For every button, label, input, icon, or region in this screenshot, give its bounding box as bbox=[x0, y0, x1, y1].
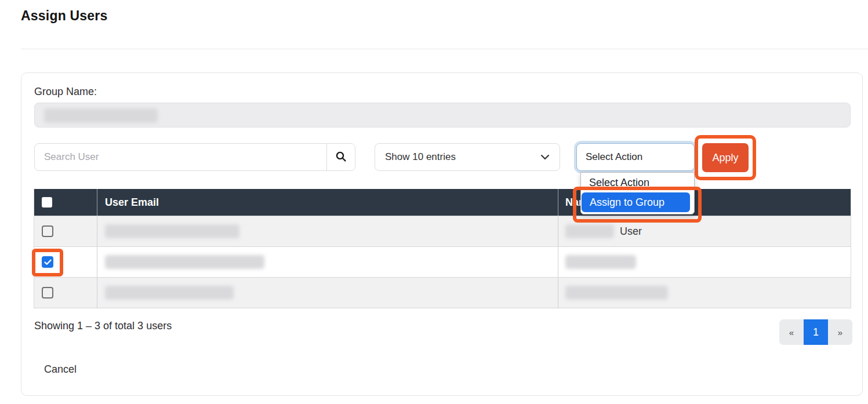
row-1-checkbox[interactable] bbox=[42, 225, 53, 237]
row-1-email-cell bbox=[97, 216, 558, 246]
cancel-button[interactable]: Cancel bbox=[44, 363, 77, 376]
redacted-name-2 bbox=[565, 255, 636, 269]
pagination-page-1-button[interactable]: 1 bbox=[804, 319, 828, 345]
title-divider bbox=[21, 49, 868, 49]
redacted-name-3 bbox=[565, 286, 668, 300]
table-bottom-border bbox=[34, 308, 851, 308]
assign-users-panel: Group Name: Show 10 entries bbox=[21, 72, 863, 396]
users-table: User Email Name User bbox=[34, 189, 851, 308]
search-button[interactable] bbox=[326, 144, 355, 170]
column-header-user-email: User Email bbox=[97, 189, 558, 216]
annotation-checked-row-highlight bbox=[32, 249, 63, 276]
search-user-box bbox=[34, 143, 355, 171]
page-title: Assign Users bbox=[21, 8, 107, 24]
row-3-email-cell bbox=[97, 278, 558, 308]
entries-select[interactable]: Show 10 entries bbox=[375, 143, 560, 171]
redacted-email-1 bbox=[105, 224, 239, 238]
table-header-checkbox-cell bbox=[34, 189, 97, 216]
table-header-row: User Email Name bbox=[34, 189, 851, 216]
search-icon bbox=[335, 151, 347, 164]
row-2-email-cell bbox=[97, 247, 558, 277]
pagination-next-button[interactable]: » bbox=[828, 319, 852, 345]
row-1-checkbox-cell bbox=[34, 216, 97, 246]
pagination: « 1 » bbox=[779, 319, 852, 345]
group-name-label: Group Name: bbox=[34, 86, 97, 98]
redacted-name-1 bbox=[565, 224, 614, 238]
table-row-2 bbox=[34, 246, 851, 277]
action-select-value: Select Action bbox=[586, 151, 642, 163]
action-select[interactable]: Select Action bbox=[576, 143, 695, 171]
annotation-assign-to-group-highlight bbox=[573, 187, 702, 223]
apply-button[interactable]: Apply bbox=[702, 143, 749, 172]
table-row-1: User bbox=[34, 216, 851, 246]
results-summary: Showing 1 – 3 of total 3 users bbox=[34, 320, 172, 332]
row-1-name-suffix: User bbox=[620, 225, 642, 238]
redacted-group-name-value bbox=[44, 108, 158, 123]
pagination-prev-button[interactable]: « bbox=[779, 319, 804, 345]
redacted-email-3 bbox=[105, 286, 234, 300]
row-3-name-cell bbox=[558, 278, 851, 308]
search-input[interactable] bbox=[35, 144, 326, 170]
redacted-email-2 bbox=[105, 255, 264, 269]
select-all-checkbox[interactable] bbox=[42, 197, 52, 208]
chevron-down-icon bbox=[540, 151, 550, 163]
group-name-field bbox=[34, 103, 851, 128]
row-3-checkbox[interactable] bbox=[42, 287, 53, 299]
annotation-apply-highlight: Apply bbox=[695, 135, 756, 180]
row-2-name-cell bbox=[558, 247, 851, 277]
entries-select-value: Show 10 entries bbox=[385, 151, 456, 163]
row-3-checkbox-cell bbox=[34, 278, 97, 308]
table-row-3 bbox=[34, 277, 851, 308]
